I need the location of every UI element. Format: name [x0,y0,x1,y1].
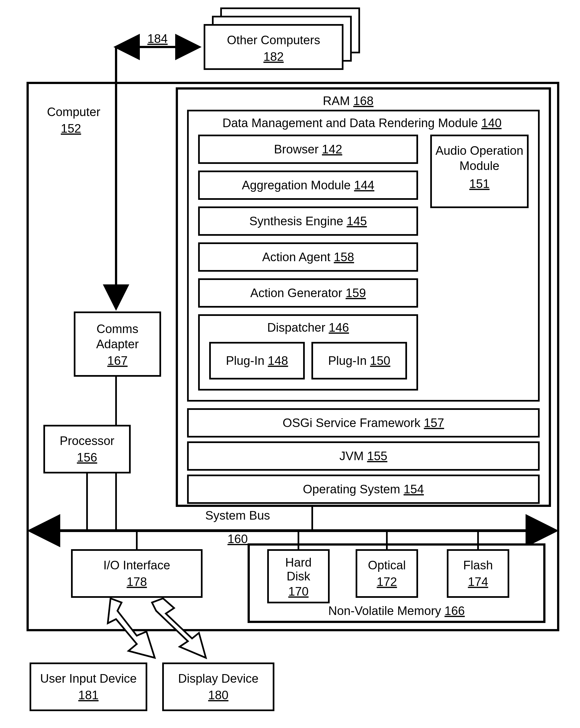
os-num: 154 [403,482,424,496]
svg-text:Plug-In  150: Plug-In 150 [328,354,390,367]
uid-num: 181 [78,688,98,702]
browser-label: Browser [274,142,318,156]
svg-text:170: 170 [288,584,308,598]
computer-num: 152 [61,122,81,135]
processor-label: Processor [60,434,114,447]
flash-box: Flash 174 [448,550,508,597]
nvm-label: Non-Volatile Memory [328,604,441,618]
svg-text:Optical: Optical [368,558,406,572]
svg-text:184: 184 [147,32,167,45]
svg-text:I/O Interface: I/O Interface [103,558,170,572]
agent-box: Action Agent 158 [199,243,417,271]
svg-rect-59 [448,550,508,597]
svg-text:182: 182 [263,50,284,63]
svg-text:Action Agent  158: Action Agent 158 [262,250,354,264]
svg-text:Plug-In  148: Plug-In 148 [226,354,288,367]
svg-text:Adapter: Adapter [96,337,139,351]
plugin2-label: Plug-In [328,354,366,367]
io-interface-box: I/O Interface 178 [72,550,202,597]
user-input-device-box: User Input Device 181 [30,663,147,710]
processor-box: Processor 156 [44,426,130,473]
jvm-label: JVM [339,449,364,463]
dispatcher-box: Dispatcher 146 Plug-In 148 Plug-In 150 [199,315,417,390]
generator-label: Action Generator [251,286,342,300]
optical-box: Optical 172 [357,550,417,597]
plugin2-num: 150 [370,354,390,367]
svg-text:Disk: Disk [287,569,311,583]
svg-text:174: 174 [468,575,488,589]
io-num: 178 [127,575,147,589]
svg-text:180: 180 [208,688,228,702]
svg-text:160: 160 [228,532,247,546]
svg-text:Synthesis Engine  145: Synthesis Engine 145 [249,214,367,228]
aggregation-label: Aggregation Module [242,178,351,192]
ram-num: 168 [353,94,373,107]
osgi-box: OSGi Service Framework 157 [188,409,539,437]
svg-text:Audio Operation: Audio Operation [436,144,523,157]
jvm-num: 155 [367,449,387,463]
svg-text:172: 172 [377,575,397,589]
svg-rect-41 [44,426,130,473]
svg-text:User Input Device: User Input Device [40,672,137,685]
osgi-label: OSGi Service Framework [283,416,421,430]
svg-text:Non-Volatile Memory  166: Non-Volatile Memory 166 [328,604,465,618]
optical-label: Optical [368,558,406,572]
svg-text:OSGi Service Framework  157: OSGi Service Framework 157 [283,416,444,430]
browser-num: 142 [322,142,342,156]
flash-num: 174 [468,575,488,589]
display-label: Display Device [178,672,259,685]
dmdr-label: Data Management and Data Rendering Modul… [222,116,478,130]
svg-text:178: 178 [127,575,147,589]
svg-text:Display Device: Display Device [178,672,259,685]
dispatcher-num: 146 [329,320,349,334]
comms-label2: Adapter [96,337,139,351]
svg-text:181: 181 [78,688,98,702]
nvm-num: 166 [445,604,465,618]
svg-text:Processor: Processor [60,434,114,447]
agent-num: 158 [334,250,354,264]
svg-text:Computer: Computer [47,105,100,119]
optical-num: 172 [377,575,397,589]
comms-adapter-box: Comms Adapter 167 [75,312,160,376]
other-computers-label: Other Computers [227,33,320,47]
audio-label1: Audio Operation [436,144,523,157]
svg-text:Data Management and Data Rende: Data Management and Data Rendering Modul… [222,116,502,130]
comms-label1: Comms [97,322,138,336]
svg-text:152: 152 [61,122,81,135]
svg-rect-65 [163,663,273,710]
svg-rect-47 [72,550,202,597]
generator-box: Action Generator 159 [199,279,417,307]
ram-label: RAM [323,94,350,107]
synth-num: 145 [346,214,367,228]
hard-disk-box: Hard Disk 170 [268,550,329,602]
aggregation-num: 144 [354,178,374,192]
display-device-box: Display Device 180 [163,663,273,710]
svg-rect-56 [357,550,417,597]
audio-label2: Module [459,159,499,173]
connection-num: 184 [147,32,167,45]
comms-num: 167 [107,354,127,367]
browser-box: Browser 142 [199,135,417,163]
synthesis-box: Synthesis Engine 145 [199,207,417,235]
flash-label: Flash [463,558,493,572]
processor-num: 156 [77,450,97,464]
plugin1-num: 148 [268,354,288,367]
os-box: Operating System 154 [188,475,539,503]
svg-text:Hard: Hard [285,555,311,569]
svg-text:Other Computers: Other Computers [227,33,320,47]
svg-text:Aggregation Module  144: Aggregation Module 144 [242,178,374,192]
os-label: Operating System [303,482,400,496]
plugin1-label: Plug-In [226,354,264,367]
svg-text:Comms: Comms [97,322,138,336]
hd-num: 170 [288,584,308,598]
computer-label: Computer [47,105,100,119]
osgi-num: 157 [424,416,444,430]
display-num: 180 [208,688,228,702]
architecture-diagram: Other Computers 182 184 Computer 152 RAM… [0,0,580,728]
aggregation-box: Aggregation Module 144 [199,171,417,199]
uid-label: User Input Device [40,672,137,685]
svg-text:Browser  142: Browser 142 [274,142,342,156]
svg-text:167: 167 [107,354,127,367]
dispatcher-label: Dispatcher [267,320,325,334]
svg-text:JVM  155: JVM 155 [339,449,388,463]
